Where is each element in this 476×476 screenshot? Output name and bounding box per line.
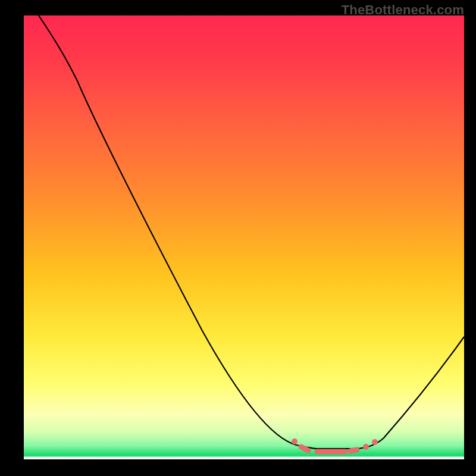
svg-point-2: [372, 439, 378, 445]
watermark-text: TheBottleneck.com: [342, 2, 464, 18]
valley-marker: [292, 439, 378, 452]
chart-container: TheBottleneck.com: [0, 0, 476, 476]
svg-point-0: [292, 439, 298, 444]
svg-point-1: [363, 444, 369, 450]
bottleneck-curve: [24, 15, 464, 459]
curve-path: [39, 15, 464, 449]
plot-area: [24, 15, 464, 459]
